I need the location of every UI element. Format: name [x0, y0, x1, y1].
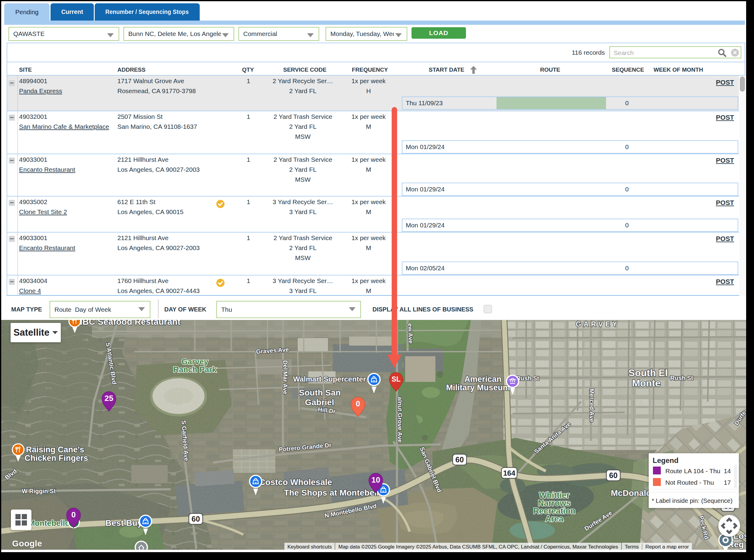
svg-text:NBC Seafood Restaurant: NBC Seafood Restaurant [76, 320, 181, 326]
svg-text:25: 25 [105, 394, 114, 403]
svg-text:60: 60 [609, 471, 618, 480]
svg-text:60: 60 [192, 515, 200, 523]
svg-text:Best Buy: Best Buy [105, 518, 142, 528]
svg-text:Ranch Park: Ranch Park [173, 365, 217, 374]
svg-text:10: 10 [371, 475, 380, 484]
svg-text:Merced Ave: Merced Ave [588, 389, 595, 422]
svg-text:American: American [464, 375, 501, 384]
svg-text:Raising Cane's: Raising Cane's [26, 445, 84, 454]
svg-text:South El: South El [629, 367, 668, 378]
svg-text:Area: Area [545, 514, 564, 523]
svg-text:alnut Grove Ave: alnut Grove Ave [397, 397, 403, 443]
svg-text:60: 60 [456, 455, 464, 464]
svg-text:164: 164 [503, 469, 516, 477]
svg-text:Montebello: Montebello [28, 519, 70, 528]
svg-text:Rush St: Rush St [516, 375, 539, 382]
svg-text:Monte: Monte [632, 378, 660, 388]
svg-text:GARVEY: GARVEY [576, 320, 620, 328]
svg-text:0: 0 [356, 399, 360, 408]
svg-text:Chicken Fingers: Chicken Fingers [24, 454, 88, 463]
svg-text:Military Museum: Military Museum [446, 383, 510, 392]
svg-text:McDonald': McDonald' [611, 488, 653, 498]
svg-text:South San: South San [299, 388, 341, 397]
svg-text:Walmart Supercenter: Walmart Supercenter [293, 375, 366, 383]
svg-text:The Shops at Montebello: The Shops at Montebello [284, 488, 384, 497]
svg-text:W Riggin St: W Riggin St [22, 488, 56, 494]
svg-text:Del Mar Ave: Del Mar Ave [282, 360, 289, 394]
svg-text:Rush St: Rush St [670, 375, 693, 381]
svg-text:Costco Wholesale: Costco Wholesale [259, 477, 332, 487]
svg-text:Gabriel: Gabriel [305, 398, 334, 407]
svg-text:ew Ave: ew Ave [407, 323, 414, 344]
svg-text:SL: SL [391, 375, 400, 383]
svg-text:0: 0 [72, 510, 76, 519]
